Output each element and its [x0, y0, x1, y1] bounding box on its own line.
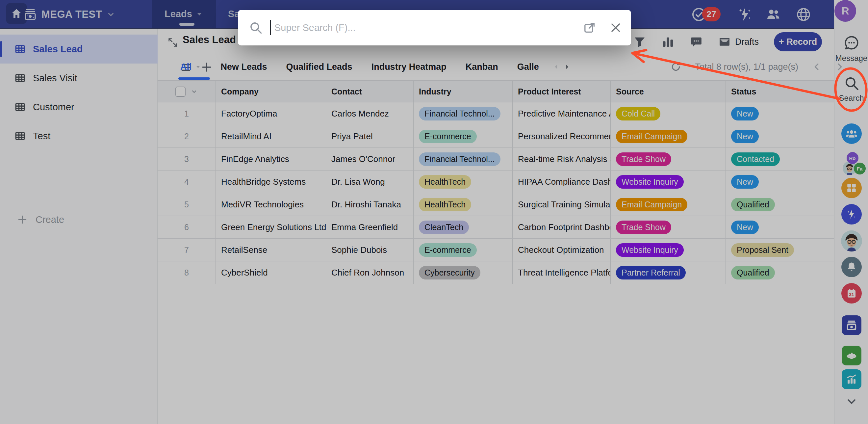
text-cursor — [270, 20, 271, 35]
close-icon[interactable] — [609, 21, 622, 34]
open-in-new-icon[interactable] — [583, 21, 596, 34]
modal-dim-overlay — [0, 0, 868, 424]
super-search-input[interactable] — [274, 22, 583, 34]
super-search-popup — [238, 10, 631, 46]
search-icon — [248, 21, 263, 35]
